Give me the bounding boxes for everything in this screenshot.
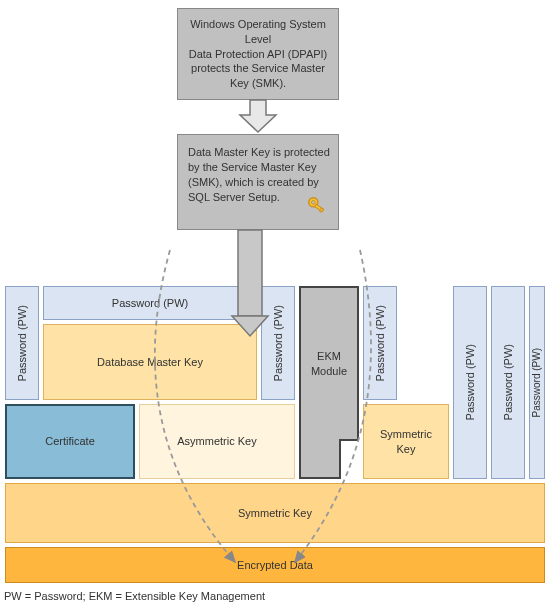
encrypted-data-label: Encrypted Data bbox=[237, 558, 313, 573]
password-horizontal-bar: Password (PW) bbox=[43, 286, 257, 320]
password-label: Password (PW) bbox=[530, 348, 544, 417]
block-arrow-1-icon bbox=[240, 100, 276, 132]
encrypted-data-box: Encrypted Data bbox=[5, 547, 545, 583]
password-column-5: Password (PW) bbox=[491, 286, 525, 479]
password-label: Password (PW) bbox=[15, 305, 30, 381]
svg-point-1 bbox=[312, 201, 316, 205]
certificate-box: Certificate bbox=[5, 404, 135, 479]
dmk-description-box: Data Master Key is protected by the Serv… bbox=[177, 134, 339, 230]
database-master-key-label: Database Master Key bbox=[97, 355, 203, 370]
dpapi-description-box: Windows Operating System Level Data Prot… bbox=[177, 8, 339, 100]
svg-marker-4 bbox=[240, 100, 276, 132]
password-column-6: Password (PW) bbox=[529, 286, 545, 479]
symmetric-key-label: Symmetric Key bbox=[370, 427, 442, 457]
password-label: Password (PW) bbox=[463, 344, 478, 420]
database-master-key-box: Database Master Key bbox=[43, 324, 257, 400]
asymmetric-key-label: Asymmetric Key bbox=[177, 434, 256, 449]
symmetric-key-small-box: Symmetric Key bbox=[363, 404, 449, 479]
diagram-canvas: Windows Operating System Level Data Prot… bbox=[0, 0, 547, 610]
password-column-4: Password (PW) bbox=[453, 286, 487, 479]
symmetric-key-wide-box: Symmetric Key bbox=[5, 483, 545, 543]
legend-text: PW = Password; EKM = Extensible Key Mana… bbox=[4, 590, 265, 602]
dpapi-description-text: Windows Operating System Level Data Prot… bbox=[188, 17, 328, 91]
certificate-label: Certificate bbox=[45, 434, 95, 449]
password-label: Password (PW) bbox=[501, 344, 516, 420]
ekm-module-box: EKM Module bbox=[299, 286, 359, 441]
ekm-module-foot bbox=[299, 439, 341, 479]
password-label: Password (PW) bbox=[373, 305, 388, 381]
password-column-3: Password (PW) bbox=[363, 286, 397, 400]
password-label: Password (PW) bbox=[271, 305, 286, 381]
password-label: Password (PW) bbox=[112, 296, 188, 311]
ekm-module-label: EKM Module bbox=[307, 349, 351, 379]
password-column-1: Password (PW) bbox=[5, 286, 39, 400]
asymmetric-key-box: Asymmetric Key bbox=[139, 404, 295, 479]
key-icon bbox=[306, 195, 328, 221]
symmetric-key-wide-label: Symmetric Key bbox=[238, 506, 312, 521]
password-column-2: Password (PW) bbox=[261, 286, 295, 400]
